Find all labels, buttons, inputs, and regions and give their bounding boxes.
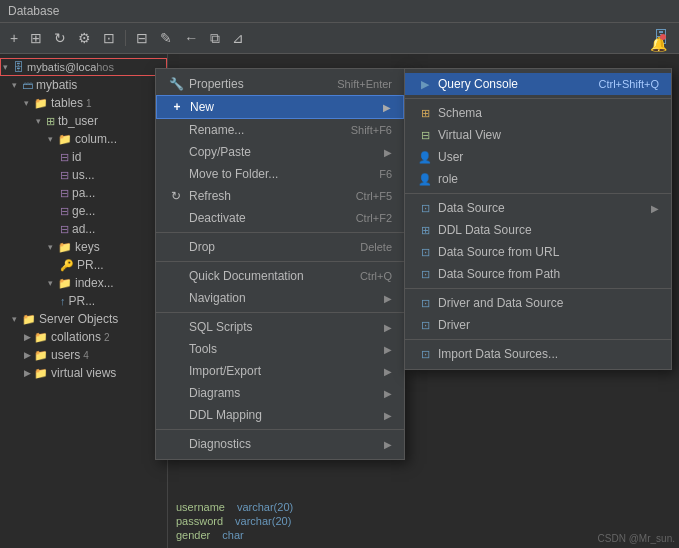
refresh-shortcut: Ctrl+F5 xyxy=(356,190,392,202)
server-label: Server Objects xyxy=(39,312,118,326)
filter-button[interactable]: ⊿ xyxy=(228,28,248,48)
menu-properties[interactable]: 🔧 Properties Shift+Enter xyxy=(156,73,404,95)
tree-keys-folder[interactable]: ▾ 📁 keys xyxy=(0,238,167,256)
menu-refresh[interactable]: ↻ Refresh Ctrl+F5 xyxy=(156,185,404,207)
menu-deactivate[interactable]: Deactivate Ctrl+F2 xyxy=(156,207,404,229)
menu-sqlscripts[interactable]: SQL Scripts ▶ xyxy=(156,316,404,338)
menu-drop[interactable]: Drop Delete xyxy=(156,236,404,258)
tools-text: Tools xyxy=(189,342,217,356)
submenu-ddldatasource[interactable]: ⊞ DDL Data Source xyxy=(405,219,671,241)
submenu-datasource[interactable]: ⊡ Data Source ▶ xyxy=(405,197,671,219)
menu-copypaste[interactable]: Copy/Paste ▶ xyxy=(156,141,404,163)
settings-button[interactable]: ⚙ xyxy=(74,28,95,48)
expand-server: ▾ xyxy=(12,314,20,324)
menu-rename[interactable]: Rename... Shift+F6 xyxy=(156,119,404,141)
tree-virtual-views[interactable]: ▶ 📁 virtual views xyxy=(0,364,167,382)
schema-text: Schema xyxy=(438,106,482,120)
rename-text: Rename... xyxy=(189,123,244,137)
menu-ddlmapping[interactable]: DDL Mapping ▶ xyxy=(156,404,404,426)
menu-sqlscripts-label: SQL Scripts xyxy=(168,320,253,334)
user-label: 👤 User xyxy=(417,150,463,164)
columns-folder-icon: 📁 xyxy=(58,133,72,146)
tree-tables[interactable]: ▾ 📁 tables 1 xyxy=(0,94,167,112)
new-arrow: ▶ xyxy=(383,102,391,113)
copypaste-arrow: ▶ xyxy=(384,147,392,158)
menu-refresh-label: ↻ Refresh xyxy=(168,189,231,203)
root-icon: 🗄 xyxy=(13,61,24,73)
tree-col-ge[interactable]: ⊟ ge... xyxy=(0,202,167,220)
collations-label: collations xyxy=(51,330,101,344)
submenu-role[interactable]: 👤 role xyxy=(405,168,671,190)
watermark: CSDN @Mr_sun. xyxy=(598,533,675,544)
col-id-icon: ⊟ xyxy=(60,151,69,164)
menu-navigation-label: Navigation xyxy=(168,291,246,305)
submenu-datasourceurl[interactable]: ⊡ Data Source from URL xyxy=(405,241,671,263)
datasourcepath-icon: ⊡ xyxy=(417,268,433,281)
driveranddatasource-icon: ⊡ xyxy=(417,297,433,310)
datasourceurl-text: Data Source from URL xyxy=(438,245,559,259)
submenu-virtualview[interactable]: ⊟ Virtual View xyxy=(405,124,671,146)
menu-sep-2 xyxy=(156,261,404,262)
window-button[interactable]: ⧉ xyxy=(206,28,224,49)
collations-icon: 📁 xyxy=(34,331,48,344)
col-id-label: id xyxy=(72,150,81,164)
menu-quickdoc[interactable]: Quick Documentation Ctrl+Q xyxy=(156,265,404,287)
tree-mybatis[interactable]: ▾ 🗃 mybatis xyxy=(0,76,167,94)
pin-button[interactable]: ⊡ xyxy=(99,28,119,48)
submenu-user[interactable]: 👤 User xyxy=(405,146,671,168)
tree-col-us[interactable]: ⊟ us... xyxy=(0,166,167,184)
col-ge-icon: ⊟ xyxy=(60,205,69,218)
menu-tools[interactable]: Tools ▶ xyxy=(156,338,404,360)
sub-sep-2 xyxy=(405,193,671,194)
importdatasources-text: Import Data Sources... xyxy=(438,347,558,361)
table-button[interactable]: ⊞ xyxy=(26,28,46,48)
menu-new[interactable]: + New ▶ xyxy=(156,95,404,119)
tree-collations[interactable]: ▶ 📁 collations 2 xyxy=(0,328,167,346)
tree-columns-folder[interactable]: ▾ 📁 colum... xyxy=(0,130,167,148)
grid-button[interactable]: ⊟ xyxy=(132,28,152,48)
submenu-driveranddatasource[interactable]: ⊡ Driver and Data Source xyxy=(405,292,671,314)
menu-diagnostics[interactable]: Diagnostics ▶ xyxy=(156,433,404,455)
tree-key-pr[interactable]: 🔑 PR... xyxy=(0,256,167,274)
tree-root[interactable]: ▾ 🗄 mybatis@loca hos xyxy=(0,58,167,76)
drop-shortcut: Delete xyxy=(360,241,392,253)
submenu-importdatasources[interactable]: ⊡ Import Data Sources... xyxy=(405,343,671,365)
datasourcepath-label: ⊡ Data Source from Path xyxy=(417,267,560,281)
navigation-text: Navigation xyxy=(189,291,246,305)
col-us-icon: ⊟ xyxy=(60,169,69,182)
tree-users[interactable]: ▶ 📁 users 4 xyxy=(0,346,167,364)
menu-movetofolder[interactable]: Move to Folder... F6 xyxy=(156,163,404,185)
submenu-datasourcepath[interactable]: ⊡ Data Source from Path xyxy=(405,263,671,285)
tree-col-pa[interactable]: ⊟ pa... xyxy=(0,184,167,202)
tree-tb-user[interactable]: ▾ ⊞ tb_user xyxy=(0,112,167,130)
back-button[interactable]: ← xyxy=(180,28,202,48)
datasourceurl-icon: ⊡ xyxy=(417,246,433,259)
menu-navigation[interactable]: Navigation ▶ xyxy=(156,287,404,309)
mybatis-icon: 🗃 xyxy=(22,79,33,91)
ddlmapping-text: DDL Mapping xyxy=(189,408,262,422)
col-ad-label: ad... xyxy=(72,222,95,236)
navigation-arrow: ▶ xyxy=(384,293,392,304)
add-button[interactable]: + xyxy=(6,28,22,48)
tree-server-objects[interactable]: ▾ 📁 Server Objects xyxy=(0,310,167,328)
menu-properties-label: 🔧 Properties xyxy=(168,77,244,91)
deactivate-text: Deactivate xyxy=(189,211,246,225)
quickdoc-text: Quick Documentation xyxy=(189,269,304,283)
tree-col-id[interactable]: ⊟ id xyxy=(0,148,167,166)
menu-sep-3 xyxy=(156,312,404,313)
tree-index-folder[interactable]: ▾ 📁 index... xyxy=(0,274,167,292)
tree-col-ad[interactable]: ⊟ ad... xyxy=(0,220,167,238)
drop-text: Drop xyxy=(189,240,215,254)
tree-index-pr[interactable]: ↑ PR... xyxy=(0,292,167,310)
role-icon: 👤 xyxy=(417,173,433,186)
diagnostics-text: Diagnostics xyxy=(189,437,251,451)
menu-diagrams[interactable]: Diagrams ▶ xyxy=(156,382,404,404)
edit-button[interactable]: ✎ xyxy=(156,28,176,48)
context-menu: 🔧 Properties Shift+Enter + New ▶ Rename.… xyxy=(155,68,405,460)
submenu-schema[interactable]: ⊞ Schema xyxy=(405,102,671,124)
new-text: New xyxy=(190,100,214,114)
submenu-driver[interactable]: ⊡ Driver xyxy=(405,314,671,336)
refresh-button[interactable]: ↻ xyxy=(50,28,70,48)
submenu-queryconsole[interactable]: ▶ Query Console Ctrl+Shift+Q xyxy=(405,73,671,95)
menu-importexport[interactable]: Import/Export ▶ xyxy=(156,360,404,382)
